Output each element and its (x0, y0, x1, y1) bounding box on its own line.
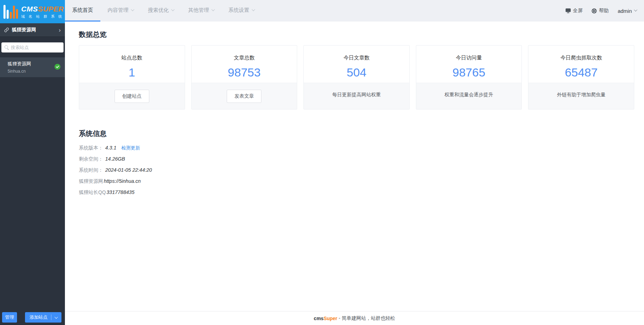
button-divider (51, 315, 51, 320)
app-logo: CMSSUPER 域 名 站 群 系 统 (0, 0, 65, 23)
sidebar-site-group[interactable]: 狐狸资源网 › (0, 23, 65, 37)
info-value: 3317788435 (107, 189, 135, 195)
chevron-right-icon: › (59, 27, 61, 33)
info-value: 4.3.1 (105, 145, 116, 151)
tab-system-home[interactable]: 系统首页 (65, 0, 100, 22)
info-value: https://5inhua.cn (104, 178, 141, 184)
card-title: 今日访问量 (420, 55, 518, 61)
search-site-input[interactable] (1, 42, 64, 52)
stat-card-crawler-fetches: 今日爬虫抓取次数 65487 外链有助于增加爬虫量 (528, 45, 634, 109)
tab-system-settings[interactable]: 系统设置 (221, 0, 261, 22)
card-note: 外链有助于增加爬虫量 (557, 90, 605, 98)
card-note: 每日更新提高网站权重 (332, 90, 381, 98)
tab-label: 搜索优化 (148, 7, 169, 14)
stat-card-sites: 站点总数 1 创建站点 (79, 45, 185, 109)
link-icon (4, 27, 9, 32)
tab-other-management[interactable]: 其他管理 (181, 0, 221, 22)
tab-search-optimization[interactable]: 搜索优化 (141, 0, 181, 22)
overview-title: 数据总览 (79, 30, 644, 39)
logo-bars-icon (3, 5, 18, 19)
info-label: 狐狸站长QQ (79, 189, 106, 196)
topbar-actions: 全屏 帮助 admin (566, 0, 636, 22)
tab-label: 系统设置 (228, 7, 249, 14)
info-value: 14.26GB (105, 156, 125, 162)
nav-tabs: 系统首页 内容管理 搜索优化 其他管理 系统设置 (65, 0, 261, 22)
info-row-disk-space: 剩余空间： 14.26GB (79, 156, 644, 162)
sidebar-search (0, 37, 65, 57)
card-value: 98753 (195, 66, 294, 79)
chevron-down-icon (131, 8, 134, 11)
stat-card-today-articles: 今日文章数 504 每日更新提高网站权重 (303, 45, 410, 109)
check-update-link[interactable]: 检测更新 (121, 145, 140, 151)
help-button[interactable]: 帮助 (592, 8, 609, 14)
stat-card-today-visits: 今日访问量 98765 权重和流量会逐步提升 (416, 45, 522, 109)
tab-label: 系统首页 (72, 7, 93, 14)
card-note: 权重和流量会逐步提升 (445, 90, 493, 98)
help-label: 帮助 (599, 8, 609, 14)
brand-cms: CMS (21, 5, 38, 13)
card-title: 今日文章数 (307, 55, 406, 61)
fullscreen-button[interactable]: 全屏 (566, 8, 583, 14)
system-info-title: 系统信息 (79, 129, 644, 138)
manage-button[interactable]: 管理 (2, 312, 17, 323)
tab-label: 内容管理 (108, 7, 128, 14)
info-row-webmaster-qq: 狐狸站长QQ 3317788435 (79, 189, 644, 196)
system-info-section: 系统信息 系统版本： 4.3.1 检测更新 剩余空间： 14.26GB 系统时间… (79, 129, 644, 196)
card-value: 65487 (532, 66, 630, 79)
card-title: 文章总数 (195, 55, 294, 61)
site-group-name: 狐狸资源网 (12, 27, 59, 33)
stat-card-articles: 文章总数 98753 发表文章 (191, 45, 298, 109)
info-label: 剩余空间： (79, 156, 103, 162)
brand-subtitle: 域 名 站 群 系 统 (21, 15, 64, 18)
info-row-system-time: 系统时间： 2024-01-05 22:44:20 (79, 167, 644, 173)
user-menu[interactable]: admin (618, 8, 636, 14)
tab-content-management[interactable]: 内容管理 (100, 0, 141, 22)
chevron-down-icon (211, 8, 215, 11)
brand-super: SUPER (38, 5, 64, 13)
card-title: 站点总数 (83, 55, 181, 61)
add-site-label: 添加站点 (30, 314, 51, 320)
search-icon (5, 45, 8, 49)
chevron-down-icon (55, 315, 58, 319)
sidebar: CMSSUPER 域 名 站 群 系 统 狐狸资源网 › 狐狸资源网 (0, 0, 65, 325)
info-row-version: 系统版本： 4.3.1 检测更新 (79, 145, 644, 151)
footer-slogan: - 简单建网站，站群也轻松 (339, 315, 395, 322)
footer-brand-super: Super (324, 316, 337, 321)
footer: cmsSuper - 简单建网站，站群也轻松 (65, 311, 644, 325)
stat-cards: 站点总数 1 创建站点 文章总数 98753 发表文章 (65, 39, 644, 109)
site-name: 狐狸资源网 (8, 61, 60, 67)
sidebar-bottom-bar: 管理 添加站点 (0, 312, 65, 323)
sidebar-site-item[interactable]: 狐狸资源网 5inhua.cn (0, 57, 65, 77)
chevron-down-icon (252, 8, 255, 11)
username: admin (618, 8, 632, 14)
info-label: 狐狸资源网 (79, 178, 103, 185)
card-value: 1 (83, 66, 181, 79)
help-icon (592, 8, 597, 14)
card-title: 今日爬虫抓取次数 (532, 55, 630, 61)
brand-text: CMSSUPER 域 名 站 群 系 统 (21, 5, 64, 18)
card-value: 504 (307, 66, 406, 79)
monitor-icon (566, 8, 571, 13)
site-active-check-icon (55, 64, 60, 71)
chevron-down-icon (634, 8, 637, 11)
footer-brand-cms: cms (314, 316, 324, 321)
info-value: 2024-01-05 22:44:20 (105, 167, 152, 173)
info-row-site-url: 狐狸资源网 https://5inhua.cn (79, 178, 644, 185)
top-navbar: 系统首页 内容管理 搜索优化 其他管理 系统设置 (65, 0, 644, 22)
card-value: 98765 (420, 66, 518, 79)
add-site-button[interactable]: 添加站点 (25, 312, 61, 323)
page-content: 数据总览 站点总数 1 创建站点 文章总数 98753 (65, 22, 644, 311)
fullscreen-label: 全屏 (573, 8, 583, 14)
info-label: 系统版本： (79, 145, 103, 151)
publish-article-button[interactable]: 发表文章 (227, 90, 261, 103)
info-label: 系统时间： (79, 167, 103, 173)
tab-label: 其他管理 (188, 7, 209, 14)
create-site-button[interactable]: 创建站点 (115, 90, 149, 103)
app-window: CMSSUPER 域 名 站 群 系 统 狐狸资源网 › 狐狸资源网 (0, 0, 644, 325)
site-domain: 5inhua.cn (8, 69, 60, 74)
main-area: 系统首页 内容管理 搜索优化 其他管理 系统设置 (65, 0, 644, 325)
chevron-down-icon (171, 8, 175, 11)
